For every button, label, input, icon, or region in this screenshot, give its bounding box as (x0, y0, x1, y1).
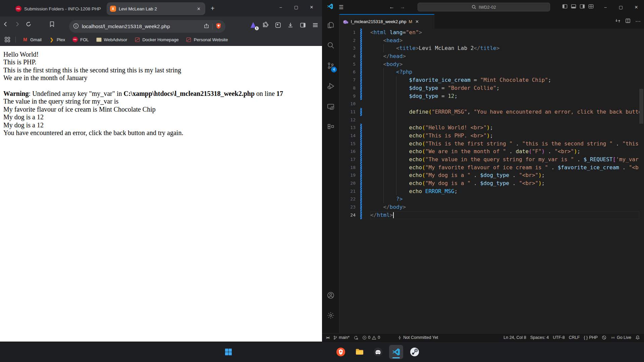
toggle-secondary-sidebar-icon[interactable] (580, 4, 585, 10)
code-line[interactable]: 6 <?php (339, 68, 644, 76)
sidebar-toggle-icon[interactable] (299, 21, 307, 29)
taskbar-discord-icon[interactable] (371, 345, 385, 359)
compare-changes-icon[interactable] (615, 18, 621, 25)
more-actions-icon[interactable]: ⋯ (635, 18, 641, 24)
taskbar-brave-icon[interactable] (334, 345, 348, 359)
new-tab-button[interactable]: + (211, 5, 215, 12)
remote-indicator-icon[interactable]: >< (322, 334, 331, 342)
share-icon[interactable] (204, 23, 209, 30)
code-line[interactable]: 3 <title>Levi McLean Lab 2</title> (339, 44, 644, 52)
taskbar-file-explorer-icon[interactable] (353, 345, 367, 359)
go-forward-icon[interactable]: → (400, 4, 405, 10)
editor-tab-active[interactable]: l_mclean215318_week2.php M ✕ (339, 14, 434, 28)
url-text[interactable]: localhost/l_mclean215318_week2.php (82, 23, 201, 29)
bookmark-item[interactable]: ❯Plex (46, 36, 68, 44)
tab-close-icon[interactable]: ✕ (196, 6, 202, 12)
code-line[interactable]: 16 echo("We are in the month of " . date… (339, 147, 644, 156)
code-line[interactable]: 4 </head> (339, 52, 644, 60)
maximize-button[interactable]: ▢ (613, 0, 629, 14)
forward-icon[interactable] (11, 21, 23, 29)
code-line[interactable]: 23 </body> (339, 203, 644, 211)
customize-layout-icon[interactable] (588, 4, 594, 10)
line-number: 3 (339, 44, 356, 52)
source-control-icon[interactable]: 4 (322, 58, 339, 74)
code-line[interactable]: 9 $dog_type = 12; (339, 92, 644, 100)
go-back-icon[interactable]: ← (389, 4, 394, 10)
browser-tab-submission-folders[interactable]: FOL Submission Folders - INFO-1208 PHP (12, 2, 105, 15)
accounts-icon[interactable] (322, 287, 339, 303)
toggle-sidebar-icon[interactable] (562, 4, 568, 10)
code-line[interactable]: 8 $dog_type = "Border Collie"; (339, 84, 644, 92)
code-line[interactable]: 21 echo ERROR_MSG; (339, 187, 644, 195)
downloads-icon[interactable] (286, 21, 294, 29)
tab-close-icon[interactable]: ✕ (415, 19, 419, 24)
remote-explorer-icon[interactable] (322, 99, 339, 115)
browser-menu-icon[interactable] (311, 21, 319, 29)
bookmark-item[interactable]: Docker Homepage (132, 36, 181, 44)
address-bar[interactable]: localhost/l_mclean215318_week2.php (69, 20, 225, 33)
code-line[interactable]: 13 echo("Hello World! <br>"); (339, 124, 644, 132)
command-center-search[interactable]: IWD2-02 (418, 3, 550, 11)
code-line[interactable]: 19 echo("My dog is a " . $dog_type . "<b… (339, 171, 644, 179)
code-line[interactable]: 10 (339, 100, 644, 108)
bookmark-item[interactable]: WebAdvisor (94, 36, 130, 44)
leo-ai-icon[interactable]: 1 (249, 21, 257, 29)
code-line[interactable]: 2 <head> (339, 37, 644, 45)
reload-icon[interactable] (23, 21, 34, 29)
extensions-icon[interactable] (322, 119, 339, 135)
extensions-puzzle-icon[interactable] (262, 21, 270, 29)
git-branch-item[interactable]: main* (331, 334, 352, 342)
bookmark-item[interactable]: Personal Website (183, 36, 231, 44)
explorer-icon[interactable] (322, 17, 339, 33)
start-button[interactable] (221, 345, 235, 359)
code-line[interactable]: 15 echo("This is the first string " . "t… (339, 140, 644, 148)
commit-status-item[interactable]: Not Committed Yet (395, 334, 440, 342)
bookmark-icon[interactable] (46, 21, 58, 29)
back-icon[interactable] (0, 21, 11, 29)
maximize-button[interactable]: ▢ (288, 5, 304, 10)
go-live-item[interactable]: Go Live (608, 334, 633, 342)
notifications-bell-icon[interactable]: z (633, 334, 644, 342)
code-line[interactable]: 17 echo("The value in the query string f… (339, 156, 644, 164)
split-editor-icon[interactable] (625, 18, 631, 25)
app-window-icon[interactable] (274, 21, 282, 29)
minimize-button[interactable]: – (598, 0, 613, 14)
vscode-menu-icon[interactable]: ☰ (339, 4, 343, 10)
settings-gear-icon[interactable] (322, 307, 339, 323)
close-button[interactable]: ✕ (629, 0, 644, 14)
browser-tab-title: Levi McLean Lab 2 (119, 6, 193, 11)
bookmark-item[interactable]: FOLFOL (70, 36, 91, 44)
site-info-icon[interactable] (73, 23, 79, 30)
code-line[interactable]: 7 $favorite_ice_cream = "Mint Chocolate … (339, 76, 644, 84)
code-line[interactable]: 22 ?> (339, 195, 644, 203)
code-line[interactable]: 12 (339, 116, 644, 124)
close-button[interactable]: ✕ (304, 5, 319, 10)
code-line[interactable]: 11 define("ERROR_MSG", "You have encount… (339, 108, 644, 116)
code-line[interactable]: 20 echo("My dog is a " . $dog_type . "<b… (339, 179, 644, 187)
code-line[interactable]: 14 echo("This is PHP. <br>"); (339, 132, 644, 140)
search-icon[interactable] (322, 37, 339, 53)
browser-tab-active[interactable]: X Levi McLean Lab 2 ✕ (107, 2, 205, 15)
indentation-item[interactable]: Spaces: 4 (528, 334, 551, 342)
run-debug-icon[interactable] (322, 78, 339, 94)
brave-shield-icon[interactable] (216, 23, 221, 31)
code-editor[interactable]: 1<html lang="en">2 <head>3 <title>Levi M… (339, 28, 644, 333)
apps-grid-icon[interactable] (3, 36, 11, 44)
sync-changes-icon[interactable] (352, 334, 360, 342)
code-line[interactable]: 18 echo("My favorite flavour of ice crea… (339, 164, 644, 172)
encoding-item[interactable]: UTF-8 (551, 334, 567, 342)
extension-status-icon[interactable] (600, 334, 608, 342)
code-line[interactable]: 1<html lang="en"> (339, 28, 644, 37)
minimize-button[interactable]: – (273, 5, 288, 10)
editor-scrollbar[interactable] (639, 89, 643, 124)
code-line[interactable]: 5 <body> (339, 60, 644, 68)
cursor-position-item[interactable]: Ln 24, Col 8 (501, 334, 528, 342)
problems-item[interactable]: 0 0 (360, 334, 382, 342)
taskbar-steam-icon[interactable] (408, 345, 422, 359)
taskbar-vscode-icon[interactable] (389, 345, 403, 359)
language-mode-item[interactable]: { } PHP (582, 334, 600, 342)
bookmark-item[interactable]: MGmail (20, 36, 44, 44)
code-line[interactable]: 24</html> (339, 211, 644, 219)
toggle-panel-icon[interactable] (571, 4, 576, 10)
eol-item[interactable]: CRLF (567, 334, 582, 342)
